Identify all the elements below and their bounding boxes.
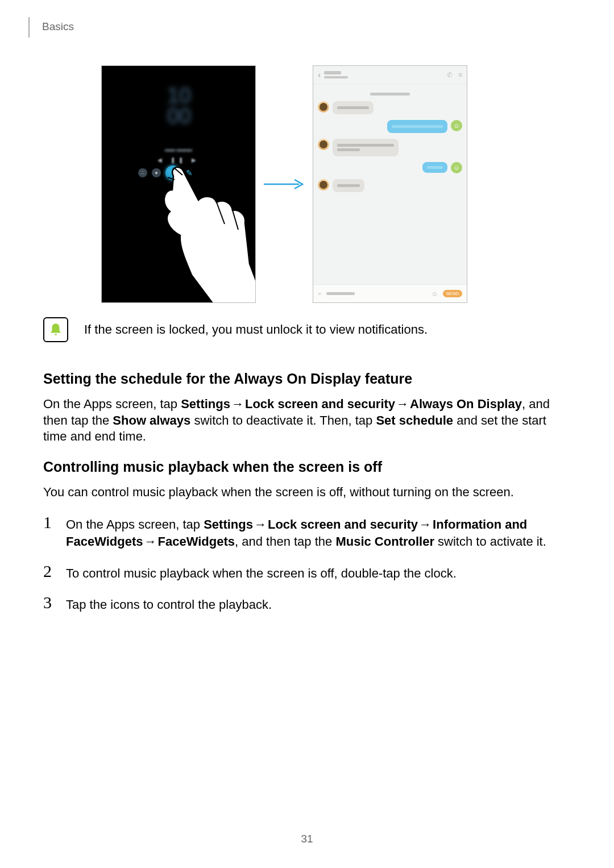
heading-music: Controlling music playback when the scre… [43,459,571,475]
outgoing-message: ☺ [318,120,462,133]
step-1: 1 On the Apps screen, tap Settings → Loc… [43,514,571,550]
screenshot-always-on-display: 10 00 ▬▬ ▬▬▬ ◀ ❚❚ ▶ ∴ ● ✎ [101,65,256,303]
aod-date: ▬▬ ▬▬▬ [102,147,255,152]
chat-input-bar: 𝄐 ☺ SEND [313,284,467,302]
phone-icon: ✆ [447,71,453,79]
own-avatar: ☺ [451,162,462,173]
menu-icon: ≡ [458,71,462,79]
send-button: SEND [443,290,462,297]
section-label: Basics [42,20,74,33]
avatar [318,139,329,150]
step-text: Tap the icons to control the playback. [66,594,272,613]
aod-icon-highlighted [165,165,180,180]
paragraph-schedule: On the Apps screen, tap Settings → Lock … [43,396,571,445]
text: On the Apps screen, tap [66,517,204,531]
step-number: 3 [43,594,55,613]
aod-clock-mins: 00 [167,102,191,129]
back-icon: ‹ [318,70,321,80]
bell-icon [48,322,63,337]
message-bubble [333,101,374,114]
bold: FaceWidgets [158,534,235,549]
step-text: On the Apps screen, tap Settings → Lock … [66,514,571,550]
page-number: 31 [0,833,614,845]
bold: Lock screen and security [268,517,418,531]
aod-clock: 10 00 [102,85,255,126]
emoji-icon: ☺ [432,290,438,298]
avatar [318,179,329,190]
message-bubble [422,162,447,173]
bold: Set schedule [376,413,453,427]
aod-notification-icons: ∴ ● ✎ [138,165,194,180]
arrow-right-icon [263,178,306,190]
text: , and then tap the [235,534,335,549]
own-avatar: ☺ [451,120,462,131]
bold: Settings [181,397,230,411]
incoming-message [318,179,462,192]
text: switch to deactivate it. Then, tap [190,413,376,427]
bold: Music Controller [335,534,434,549]
bold: Lock screen and security [245,397,395,411]
step-2: 2 To control music playback when the scr… [43,563,571,582]
step-3: 3 Tap the icons to control the playback. [43,594,571,613]
message-bubble [333,139,399,156]
bold: Show always [113,413,190,427]
text: On the Apps screen, tap [43,397,181,411]
message-input-placeholder [326,292,427,295]
outgoing-message: ☺ [318,162,462,173]
transition-arrow [256,178,313,190]
note-icon-frame [43,317,68,342]
heading-schedule: Setting the schedule for the Always On D… [43,371,571,387]
chat-title-placeholder [324,71,443,78]
bold: Always On Display [410,397,522,411]
chat-body: ☺ ☺ [313,101,467,192]
message-bubble [387,120,447,133]
paragraph-music-intro: You can control music playback when the … [43,484,571,501]
screenshot-messages-app: ‹ ✆ ≡ ☺ [313,65,467,303]
note-callout: If the screen is locked, you must unlock… [43,317,571,342]
arrow: → [253,516,268,533]
content-body: Setting the schedule for the Always On D… [43,369,571,626]
chat-header: ‹ ✆ ≡ [313,66,467,84]
attach-icon: 𝄐 [318,290,322,298]
hand-gesture-illustration [157,161,256,303]
aod-icon-pen: ✎ [185,168,194,177]
step-number: 1 [43,514,55,550]
incoming-message [318,139,462,156]
text: switch to activate it. [434,534,546,549]
step-text: To control music playback when the scree… [66,563,457,582]
message-bubble [333,179,364,192]
chat-date-divider [313,88,467,98]
bold: Settings [204,517,253,531]
arrow: → [395,396,410,413]
aod-icon-generic: ∴ [138,168,147,177]
incoming-message [318,101,462,114]
step-number: 2 [43,563,55,582]
figure-row: 10 00 ▬▬ ▬▬▬ ◀ ❚❚ ▶ ∴ ● ✎ ‹ [101,65,522,303]
header-rule [28,17,30,38]
note-text: If the screen is locked, you must unlock… [84,322,428,337]
ordered-steps: 1 On the Apps screen, tap Settings → Loc… [43,514,571,613]
aod-icon-generic: ● [152,168,161,177]
arrow: → [143,533,158,550]
avatar [318,101,329,113]
aod-media-controls: ◀ ❚❚ ▶ [102,157,255,163]
arrow: → [230,396,245,413]
arrow: → [418,516,433,533]
